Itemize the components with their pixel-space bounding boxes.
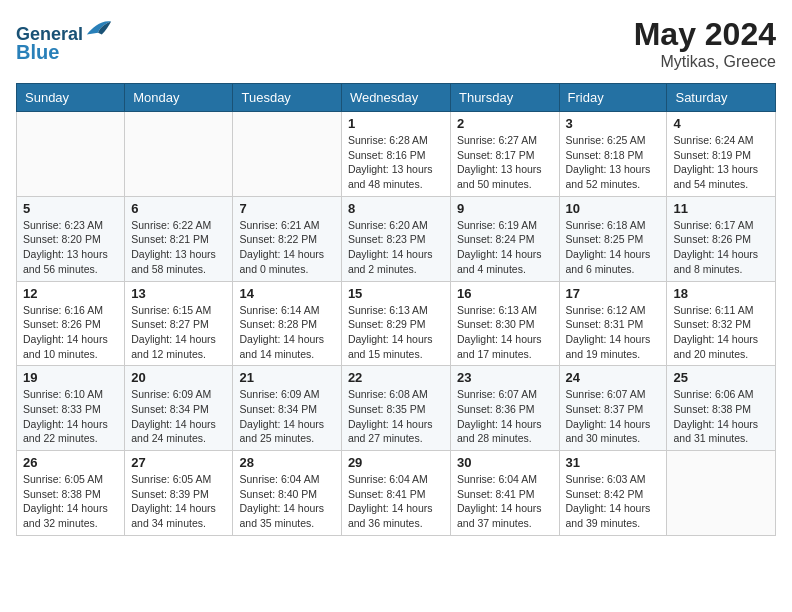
calendar-cell: 9Sunrise: 6:19 AM Sunset: 8:24 PM Daylig… <box>450 196 559 281</box>
day-info: Sunrise: 6:04 AM Sunset: 8:41 PM Dayligh… <box>348 472 444 531</box>
calendar-cell: 22Sunrise: 6:08 AM Sunset: 8:35 PM Dayli… <box>341 366 450 451</box>
calendar-cell: 27Sunrise: 6:05 AM Sunset: 8:39 PM Dayli… <box>125 451 233 536</box>
title-block: May 2024 Mytikas, Greece <box>634 16 776 71</box>
calendar-cell: 31Sunrise: 6:03 AM Sunset: 8:42 PM Dayli… <box>559 451 667 536</box>
day-number: 12 <box>23 286 118 301</box>
day-number: 27 <box>131 455 226 470</box>
calendar-week-row: 26Sunrise: 6:05 AM Sunset: 8:38 PM Dayli… <box>17 451 776 536</box>
calendar-cell: 30Sunrise: 6:04 AM Sunset: 8:41 PM Dayli… <box>450 451 559 536</box>
calendar-cell <box>125 112 233 197</box>
day-info: Sunrise: 6:17 AM Sunset: 8:26 PM Dayligh… <box>673 218 769 277</box>
day-info: Sunrise: 6:13 AM Sunset: 8:29 PM Dayligh… <box>348 303 444 362</box>
day-info: Sunrise: 6:23 AM Sunset: 8:20 PM Dayligh… <box>23 218 118 277</box>
calendar-cell: 6Sunrise: 6:22 AM Sunset: 8:21 PM Daylig… <box>125 196 233 281</box>
day-number: 25 <box>673 370 769 385</box>
day-number: 22 <box>348 370 444 385</box>
day-info: Sunrise: 6:08 AM Sunset: 8:35 PM Dayligh… <box>348 387 444 446</box>
day-number: 9 <box>457 201 553 216</box>
day-number: 20 <box>131 370 226 385</box>
calendar-cell: 7Sunrise: 6:21 AM Sunset: 8:22 PM Daylig… <box>233 196 341 281</box>
calendar-week-row: 5Sunrise: 6:23 AM Sunset: 8:20 PM Daylig… <box>17 196 776 281</box>
day-info: Sunrise: 6:05 AM Sunset: 8:39 PM Dayligh… <box>131 472 226 531</box>
day-info: Sunrise: 6:05 AM Sunset: 8:38 PM Dayligh… <box>23 472 118 531</box>
day-number: 11 <box>673 201 769 216</box>
weekday-header: Tuesday <box>233 84 341 112</box>
calendar-week-row: 19Sunrise: 6:10 AM Sunset: 8:33 PM Dayli… <box>17 366 776 451</box>
calendar-cell: 20Sunrise: 6:09 AM Sunset: 8:34 PM Dayli… <box>125 366 233 451</box>
day-number: 3 <box>566 116 661 131</box>
weekday-header: Thursday <box>450 84 559 112</box>
day-info: Sunrise: 6:10 AM Sunset: 8:33 PM Dayligh… <box>23 387 118 446</box>
day-info: Sunrise: 6:13 AM Sunset: 8:30 PM Dayligh… <box>457 303 553 362</box>
weekday-header: Friday <box>559 84 667 112</box>
location: Mytikas, Greece <box>634 53 776 71</box>
day-number: 29 <box>348 455 444 470</box>
calendar-cell: 23Sunrise: 6:07 AM Sunset: 8:36 PM Dayli… <box>450 366 559 451</box>
weekday-header: Saturday <box>667 84 776 112</box>
logo-bird-icon <box>85 16 113 40</box>
day-number: 18 <box>673 286 769 301</box>
weekday-header-row: SundayMondayTuesdayWednesdayThursdayFrid… <box>17 84 776 112</box>
calendar-cell: 26Sunrise: 6:05 AM Sunset: 8:38 PM Dayli… <box>17 451 125 536</box>
calendar-cell: 25Sunrise: 6:06 AM Sunset: 8:38 PM Dayli… <box>667 366 776 451</box>
calendar-cell: 12Sunrise: 6:16 AM Sunset: 8:26 PM Dayli… <box>17 281 125 366</box>
calendar-cell: 5Sunrise: 6:23 AM Sunset: 8:20 PM Daylig… <box>17 196 125 281</box>
month-year: May 2024 <box>634 16 776 53</box>
day-info: Sunrise: 6:12 AM Sunset: 8:31 PM Dayligh… <box>566 303 661 362</box>
calendar-cell: 10Sunrise: 6:18 AM Sunset: 8:25 PM Dayli… <box>559 196 667 281</box>
calendar-cell: 8Sunrise: 6:20 AM Sunset: 8:23 PM Daylig… <box>341 196 450 281</box>
day-number: 31 <box>566 455 661 470</box>
calendar-cell: 19Sunrise: 6:10 AM Sunset: 8:33 PM Dayli… <box>17 366 125 451</box>
day-number: 17 <box>566 286 661 301</box>
day-info: Sunrise: 6:06 AM Sunset: 8:38 PM Dayligh… <box>673 387 769 446</box>
day-info: Sunrise: 6:04 AM Sunset: 8:40 PM Dayligh… <box>239 472 334 531</box>
logo: General Blue <box>16 16 113 63</box>
calendar-cell: 15Sunrise: 6:13 AM Sunset: 8:29 PM Dayli… <box>341 281 450 366</box>
day-info: Sunrise: 6:09 AM Sunset: 8:34 PM Dayligh… <box>239 387 334 446</box>
page-header: General Blue May 2024 Mytikas, Greece <box>16 16 776 71</box>
calendar-table: SundayMondayTuesdayWednesdayThursdayFrid… <box>16 83 776 536</box>
day-info: Sunrise: 6:15 AM Sunset: 8:27 PM Dayligh… <box>131 303 226 362</box>
day-info: Sunrise: 6:18 AM Sunset: 8:25 PM Dayligh… <box>566 218 661 277</box>
calendar-cell <box>667 451 776 536</box>
day-number: 16 <box>457 286 553 301</box>
day-number: 24 <box>566 370 661 385</box>
day-info: Sunrise: 6:07 AM Sunset: 8:36 PM Dayligh… <box>457 387 553 446</box>
day-info: Sunrise: 6:04 AM Sunset: 8:41 PM Dayligh… <box>457 472 553 531</box>
day-info: Sunrise: 6:03 AM Sunset: 8:42 PM Dayligh… <box>566 472 661 531</box>
day-info: Sunrise: 6:14 AM Sunset: 8:28 PM Dayligh… <box>239 303 334 362</box>
day-info: Sunrise: 6:27 AM Sunset: 8:17 PM Dayligh… <box>457 133 553 192</box>
day-number: 7 <box>239 201 334 216</box>
day-number: 8 <box>348 201 444 216</box>
day-info: Sunrise: 6:07 AM Sunset: 8:37 PM Dayligh… <box>566 387 661 446</box>
day-number: 28 <box>239 455 334 470</box>
day-info: Sunrise: 6:28 AM Sunset: 8:16 PM Dayligh… <box>348 133 444 192</box>
day-number: 21 <box>239 370 334 385</box>
day-info: Sunrise: 6:16 AM Sunset: 8:26 PM Dayligh… <box>23 303 118 362</box>
calendar-cell <box>233 112 341 197</box>
calendar-cell: 4Sunrise: 6:24 AM Sunset: 8:19 PM Daylig… <box>667 112 776 197</box>
day-number: 30 <box>457 455 553 470</box>
calendar-cell: 29Sunrise: 6:04 AM Sunset: 8:41 PM Dayli… <box>341 451 450 536</box>
day-number: 2 <box>457 116 553 131</box>
calendar-cell: 24Sunrise: 6:07 AM Sunset: 8:37 PM Dayli… <box>559 366 667 451</box>
calendar-cell: 14Sunrise: 6:14 AM Sunset: 8:28 PM Dayli… <box>233 281 341 366</box>
calendar-cell: 16Sunrise: 6:13 AM Sunset: 8:30 PM Dayli… <box>450 281 559 366</box>
calendar-cell: 18Sunrise: 6:11 AM Sunset: 8:32 PM Dayli… <box>667 281 776 366</box>
calendar-cell: 3Sunrise: 6:25 AM Sunset: 8:18 PM Daylig… <box>559 112 667 197</box>
calendar-cell: 28Sunrise: 6:04 AM Sunset: 8:40 PM Dayli… <box>233 451 341 536</box>
day-info: Sunrise: 6:24 AM Sunset: 8:19 PM Dayligh… <box>673 133 769 192</box>
day-number: 26 <box>23 455 118 470</box>
calendar-week-row: 12Sunrise: 6:16 AM Sunset: 8:26 PM Dayli… <box>17 281 776 366</box>
day-info: Sunrise: 6:22 AM Sunset: 8:21 PM Dayligh… <box>131 218 226 277</box>
day-number: 14 <box>239 286 334 301</box>
day-number: 23 <box>457 370 553 385</box>
weekday-header: Monday <box>125 84 233 112</box>
calendar-cell: 11Sunrise: 6:17 AM Sunset: 8:26 PM Dayli… <box>667 196 776 281</box>
day-number: 15 <box>348 286 444 301</box>
calendar-cell <box>17 112 125 197</box>
calendar-cell: 21Sunrise: 6:09 AM Sunset: 8:34 PM Dayli… <box>233 366 341 451</box>
calendar-cell: 2Sunrise: 6:27 AM Sunset: 8:17 PM Daylig… <box>450 112 559 197</box>
calendar-week-row: 1Sunrise: 6:28 AM Sunset: 8:16 PM Daylig… <box>17 112 776 197</box>
calendar-cell: 1Sunrise: 6:28 AM Sunset: 8:16 PM Daylig… <box>341 112 450 197</box>
